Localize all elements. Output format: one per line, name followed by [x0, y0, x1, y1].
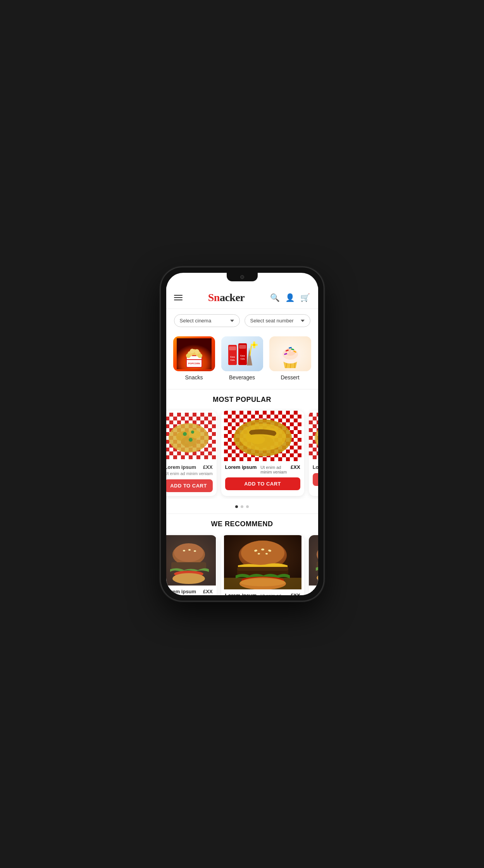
screen-content: Snacker 🔍 👤 🛒 Select cinema Select seat …	[166, 287, 318, 595]
recommend-image-1	[166, 535, 217, 586]
most-popular-card-2: Lorem ipsum Ut enim adminim veniam £XX A…	[221, 411, 304, 496]
product-name-3: Lorem ipsu	[313, 464, 318, 470]
recommend-name-2: Lorem ipsum	[225, 592, 257, 595]
svg-point-82	[194, 550, 196, 552]
add-to-cart-button-1[interactable]: ADD TO CART	[166, 479, 213, 492]
category-snacks[interactable]: POPCORN Snacks	[173, 336, 215, 381]
most-popular-card-3: Lorem ipsu £XX AD	[309, 411, 318, 496]
recommend-name-row-2: Lorem ipsum Ut enim adminim veniam £XX	[225, 592, 300, 595]
product-info-1: Lorem ipsum £XX Ut enim ad minim veniam …	[166, 461, 217, 496]
svg-rect-83	[171, 562, 206, 569]
recommend-info-1: Lorem ipsum £XX Ut enim ad minim veniam …	[166, 586, 217, 595]
recommend-card-1: Lorem ipsum £XX Ut enim ad minim veniam …	[166, 535, 217, 595]
recommend-name-row-1: Lorem ipsum £XX	[166, 589, 213, 594]
svg-point-8	[198, 353, 202, 358]
dessert-image	[269, 336, 311, 371]
product-name-row-2: Lorem ipsum Ut enim adminim veniam £XX	[225, 464, 300, 474]
beverages-image: Coca Cola Coca Cola	[221, 336, 263, 371]
add-to-cart-button-3[interactable]: AD	[313, 473, 318, 486]
cinema-selector[interactable]: Select cinema	[174, 314, 240, 327]
we-recommend-title: WE RECOMMEND	[166, 514, 318, 532]
category-dessert[interactable]: Dessert	[269, 336, 312, 381]
app-header: Snacker 🔍 👤 🛒	[166, 287, 318, 309]
product-desc-1: Ut enim ad minim veniam	[166, 471, 213, 476]
product-name-row-3: Lorem ipsu £XX	[313, 464, 318, 470]
product-image-3	[309, 411, 318, 461]
account-icon[interactable]: 👤	[285, 293, 295, 302]
svg-point-25	[251, 344, 253, 346]
product-info-2: Lorem ipsum Ut enim adminim veniam £XX A…	[221, 461, 304, 494]
product-name-row-1: Lorem ipsum £XX	[166, 464, 213, 470]
dot-1-active	[235, 505, 238, 508]
svg-point-50	[183, 432, 187, 436]
beverages-label: Beverages	[229, 374, 255, 381]
seat-selector-label: Select seat number	[250, 318, 294, 324]
we-recommend-track: Lorem ipsum £XX Ut enim ad minim veniam …	[166, 532, 318, 595]
logo-black-part: acker	[220, 291, 245, 303]
menu-line-1	[174, 295, 183, 296]
svg-rect-96	[237, 567, 288, 571]
menu-button[interactable]	[174, 295, 183, 300]
svg-point-40	[291, 350, 293, 352]
search-icon[interactable]: 🔍	[270, 293, 280, 302]
product-price-2: £XX	[291, 464, 300, 470]
cart-icon[interactable]: 🛒	[300, 293, 310, 302]
category-beverages[interactable]: Coca Cola Coca Cola	[221, 336, 264, 381]
recommend-info-3: Lorem ipsu £XX AD	[309, 586, 318, 595]
svg-point-26	[253, 344, 255, 346]
svg-point-91	[261, 549, 264, 551]
recommend-price-2: £XX	[291, 592, 300, 595]
recommend-name-3: Lorem ipsu	[313, 589, 318, 594]
svg-point-9	[190, 349, 195, 353]
svg-point-63	[239, 424, 286, 451]
svg-point-52	[189, 438, 193, 442]
snacks-svg: POPCORN	[177, 338, 212, 369]
svg-point-79	[174, 543, 203, 562]
seat-selector[interactable]: Select seat number	[245, 314, 310, 327]
product-image-1	[166, 411, 217, 461]
most-popular-card-1: Lorem ipsum £XX Ut enim ad minim veniam …	[166, 411, 217, 496]
svg-point-7	[186, 353, 191, 358]
beverages-svg: Coca Cola Coca Cola	[221, 336, 263, 371]
svg-text:Coca: Coca	[240, 355, 245, 357]
svg-point-23	[255, 344, 258, 346]
menu-line-3	[174, 300, 183, 300]
snacks-label: Snacks	[185, 374, 203, 381]
categories-list: POPCORN Snacks	[166, 332, 318, 388]
svg-point-80	[183, 550, 185, 551]
svg-text:Cola: Cola	[240, 358, 245, 360]
most-popular-section: MOST POPULAR	[166, 389, 318, 513]
most-popular-dots	[166, 503, 318, 513]
svg-point-49	[181, 437, 196, 447]
phone-frame: Snacker 🔍 👤 🛒 Select cinema Select seat …	[161, 267, 324, 601]
add-to-cart-button-2[interactable]: ADD TO CART	[225, 477, 300, 490]
svg-point-10	[195, 349, 199, 354]
phone-screen: Snacker 🔍 👤 🛒 Select cinema Select seat …	[166, 273, 318, 595]
most-popular-carousel: Lorem ipsum £XX Ut enim ad minim veniam …	[166, 408, 318, 503]
we-recommend-carousel: Lorem ipsum £XX Ut enim ad minim veniam …	[166, 532, 318, 595]
product-image-2	[221, 411, 304, 461]
recommend-info-2: Lorem ipsum Ut enim adminim veniam £XX A…	[221, 589, 304, 595]
svg-text:Coca: Coca	[230, 356, 234, 358]
svg-point-24	[253, 346, 255, 348]
svg-point-22	[253, 341, 255, 344]
dessert-svg	[269, 336, 311, 371]
svg-rect-100	[309, 535, 318, 586]
svg-text:Cola: Cola	[230, 359, 234, 361]
svg-rect-13	[229, 346, 236, 350]
categories-section: POPCORN Snacks	[166, 332, 318, 388]
snacks-image: POPCORN	[173, 336, 215, 371]
recommend-card-2: Lorem ipsum Ut enim adminim veniam £XX A…	[221, 535, 304, 595]
dessert-label: Dessert	[281, 374, 299, 381]
recommend-image-3	[309, 535, 318, 586]
most-popular-track: Lorem ipsum £XX Ut enim ad minim veniam …	[166, 408, 318, 499]
seat-dropdown-arrow	[301, 320, 305, 322]
product-price-1: £XX	[203, 464, 213, 470]
recommend-image-2	[221, 535, 304, 589]
recommend-name-1: Lorem ipsum	[166, 589, 196, 594]
product-name-1: Lorem ipsum	[166, 464, 196, 470]
cinema-dropdown-arrow	[230, 320, 234, 322]
product-desc-inline-2: Ut enim adminim veniam	[260, 465, 287, 474]
svg-rect-17	[239, 345, 246, 349]
svg-point-85	[172, 573, 205, 584]
